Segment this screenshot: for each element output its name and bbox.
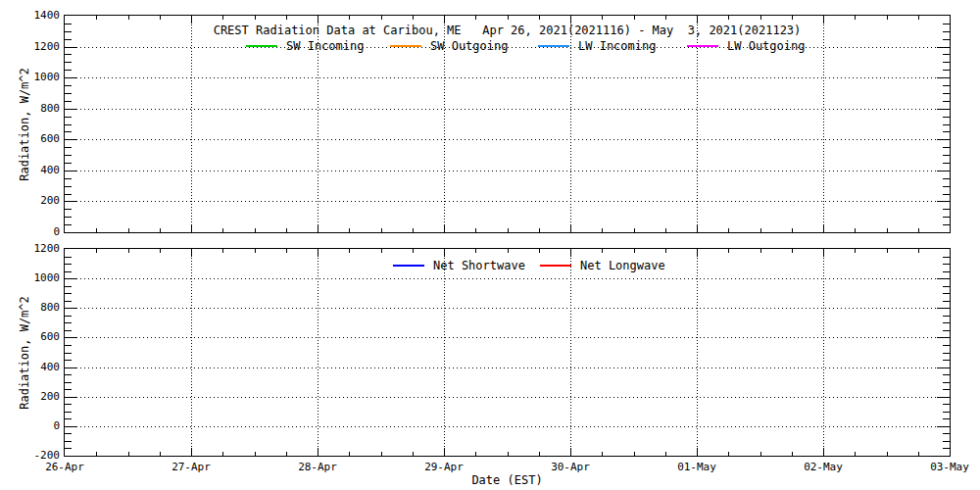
y-minor-tick	[65, 186, 72, 187]
y-minor-tick	[943, 155, 950, 156]
x-major-tick	[697, 16, 698, 24]
y-major-tick	[65, 201, 77, 202]
x-axis-label: Date (EST)	[64, 474, 951, 487]
legend-item-net-shortwave: Net Shortwave	[393, 259, 525, 272]
lw-outgoing-legend-line	[687, 45, 718, 47]
h-gridline	[65, 397, 950, 398]
x-minor-tick	[665, 228, 666, 232]
h-gridline	[65, 308, 950, 309]
y-minor-tick	[943, 360, 950, 361]
x-major-tick	[444, 16, 445, 24]
y-minor-tick	[65, 330, 72, 331]
x-major-tick	[697, 224, 698, 232]
y-minor-tick	[65, 293, 72, 294]
y-minor-tick	[943, 117, 950, 118]
x-minor-tick	[413, 452, 414, 456]
legend-label: Net Longwave	[580, 259, 665, 272]
y-major-tick	[937, 368, 950, 368]
y-minor-tick	[65, 85, 72, 86]
x-minor-tick	[255, 452, 256, 456]
y-minor-tick	[943, 85, 950, 86]
v-gridline	[570, 249, 571, 456]
x-minor-tick	[887, 452, 888, 456]
x-major-tick	[823, 249, 824, 257]
y-minor-tick	[943, 448, 950, 449]
h-gridline	[65, 171, 950, 172]
x-minor-tick	[96, 452, 97, 456]
sw-outgoing-legend-line	[390, 45, 421, 47]
y-minor-tick	[65, 286, 72, 287]
x-tick-label: 28-Apr	[283, 461, 352, 473]
x-minor-tick	[255, 249, 256, 253]
y-major-tick	[65, 308, 77, 309]
y-minor-tick	[943, 418, 950, 419]
v-gridline	[444, 249, 445, 456]
x-minor-tick	[665, 16, 666, 20]
y-major-tick	[65, 426, 77, 427]
h-gridline	[65, 337, 950, 338]
legend-label: Net Shortwave	[433, 259, 525, 272]
y-minor-tick	[943, 217, 950, 218]
x-minor-tick	[381, 249, 382, 253]
y-minor-tick	[943, 433, 950, 434]
y-minor-tick	[943, 374, 950, 375]
x-minor-tick	[475, 249, 476, 253]
radiation-components-panel: CREST Radiation Data at Caribou, ME Apr …	[64, 15, 951, 233]
x-minor-tick	[381, 452, 382, 456]
y-minor-tick	[65, 360, 72, 361]
sw-incoming-legend-line	[246, 45, 277, 47]
y-major-tick	[65, 278, 77, 279]
x-minor-tick	[508, 228, 509, 232]
y-minor-tick	[943, 301, 950, 302]
y-axis-label-bottom: Radiation, W/m^2	[16, 248, 31, 457]
x-minor-tick	[286, 228, 287, 232]
v-gridline	[191, 16, 192, 232]
x-minor-tick	[634, 228, 635, 232]
v-gridline	[191, 249, 192, 456]
x-minor-tick	[760, 16, 761, 20]
y-major-tick	[937, 337, 950, 338]
x-minor-tick	[349, 16, 350, 20]
x-tick-label: 26-Apr	[30, 461, 99, 473]
y-minor-tick	[65, 54, 72, 55]
x-minor-tick	[128, 452, 129, 456]
y-minor-tick	[943, 93, 950, 94]
y-minor-tick	[65, 155, 72, 156]
x-minor-tick	[222, 452, 223, 456]
x-minor-tick	[349, 249, 350, 253]
x-major-tick	[570, 16, 571, 24]
y-minor-tick	[943, 224, 950, 225]
y-minor-tick	[943, 163, 950, 164]
legend-label: LW Incoming	[578, 39, 656, 53]
x-minor-tick	[96, 16, 97, 20]
lw-incoming-legend-line	[538, 45, 569, 47]
chart-title: CREST Radiation Data at Caribou, ME Apr …	[65, 24, 950, 37]
x-minor-tick	[413, 228, 414, 232]
legend-item-sw-outgoing: SW Outgoing	[390, 39, 508, 53]
x-minor-tick	[602, 228, 603, 232]
y-major-tick	[937, 426, 950, 427]
y-minor-tick	[65, 39, 72, 40]
x-major-tick	[823, 224, 824, 232]
h-gridline	[65, 139, 950, 140]
y-minor-tick	[943, 70, 950, 71]
x-minor-tick	[602, 16, 603, 20]
x-minor-tick	[665, 452, 666, 456]
v-gridline	[318, 249, 318, 456]
y-minor-tick	[65, 131, 72, 132]
x-minor-tick	[918, 228, 919, 232]
y-major-tick	[65, 368, 77, 368]
y-minor-tick	[943, 186, 950, 187]
y-minor-tick	[65, 418, 72, 419]
y-major-tick	[65, 139, 77, 140]
x-major-tick	[318, 224, 318, 232]
x-minor-tick	[286, 249, 287, 253]
y-minor-tick	[943, 404, 950, 405]
y-axis-label-top: Radiation, W/m^2	[16, 15, 31, 233]
y-minor-tick	[65, 404, 72, 405]
y-major-tick	[937, 47, 950, 48]
y-minor-tick	[943, 353, 950, 354]
y-minor-tick	[943, 194, 950, 195]
x-minor-tick	[475, 452, 476, 456]
x-minor-tick	[728, 16, 729, 20]
